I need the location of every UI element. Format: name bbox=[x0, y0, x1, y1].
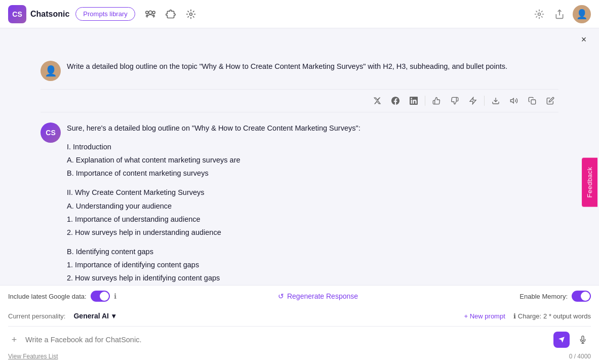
outline-section-2-header: II. Why Create Content Marketing Surveys bbox=[67, 186, 558, 199]
divider1 bbox=[425, 96, 425, 106]
send-button[interactable] bbox=[553, 332, 570, 348]
prompts-library-button[interactable]: Prompts library bbox=[75, 7, 135, 21]
settings-icon[interactable] bbox=[184, 7, 198, 21]
svg-marker-6 bbox=[470, 97, 476, 104]
charge-value: 2 * output words bbox=[543, 312, 591, 320]
thumbs-down-icon[interactable] bbox=[447, 93, 463, 109]
logo-area: CS Chatsonic bbox=[8, 5, 69, 23]
bot-message: CS Sure, here's a detailed blog outline … bbox=[41, 112, 558, 285]
svg-point-0 bbox=[148, 11, 152, 14]
puzzle-icon[interactable] bbox=[164, 7, 178, 21]
close-banner: × bbox=[0, 28, 599, 51]
header-nav-icons bbox=[143, 7, 198, 21]
app-name: Chatsonic bbox=[30, 10, 69, 19]
charge-info: ℹ Charge: 2 * output words bbox=[513, 312, 591, 320]
header: CS Chatsonic Prompts library bbox=[0, 0, 599, 28]
settings2-icon[interactable] bbox=[532, 7, 546, 21]
share-icon[interactable] bbox=[552, 7, 567, 21]
download-icon[interactable] bbox=[488, 93, 504, 109]
regenerate-label: Regenerate Response bbox=[287, 292, 358, 300]
linkedin-share-icon[interactable] bbox=[406, 93, 422, 109]
outline-section-2-b: B. Identifying content gaps bbox=[67, 245, 558, 258]
google-data-label: Include latest Google data: bbox=[8, 293, 87, 300]
volume-icon[interactable] bbox=[506, 93, 522, 109]
bot-outline: I. Introduction A. Explanation of what c… bbox=[67, 140, 558, 285]
input-row: + bbox=[8, 327, 591, 351]
close-button[interactable]: × bbox=[577, 32, 591, 47]
bot-avatar: CS bbox=[41, 123, 61, 143]
logo-icon: CS bbox=[8, 5, 26, 23]
outline-section-2-a2: 2. How surveys help in understanding aud… bbox=[67, 226, 558, 239]
personality-value: General AI bbox=[73, 312, 109, 320]
community-icon[interactable] bbox=[143, 7, 157, 21]
header-right: 👤 bbox=[532, 5, 591, 23]
chat-area: 👤 Write a detailed blog outline on the t… bbox=[0, 51, 599, 285]
attach-button[interactable]: + bbox=[8, 334, 20, 346]
user-message: 👤 Write a detailed blog outline on the t… bbox=[41, 51, 558, 90]
google-data-section: Include latest Google data: ℹ bbox=[8, 291, 116, 302]
personality-row: Current personality: General AI ▾ + New … bbox=[8, 306, 591, 327]
copy-icon[interactable] bbox=[524, 93, 540, 109]
google-data-toggle[interactable] bbox=[91, 291, 110, 302]
svg-point-4 bbox=[538, 13, 541, 15]
charge-label: Charge: bbox=[518, 312, 541, 320]
outline-section-1-a: A. Explanation of what content marketing… bbox=[67, 153, 558, 167]
personality-left: Current personality: General AI ▾ bbox=[8, 310, 119, 322]
memory-label: Enable Memory: bbox=[520, 293, 568, 300]
divider2 bbox=[484, 96, 485, 106]
memory-toggle[interactable] bbox=[572, 291, 591, 302]
personality-right: + New prompt ℹ Charge: 2 * output words bbox=[464, 312, 591, 320]
google-data-info-icon[interactable]: ℹ bbox=[114, 292, 116, 300]
controls-row: Include latest Google data: ℹ ↺ Regenera… bbox=[8, 291, 591, 306]
action-toolbar bbox=[41, 90, 558, 112]
edit-icon[interactable] bbox=[542, 93, 558, 109]
personality-label: Current personality: bbox=[8, 312, 65, 320]
lightning-icon[interactable] bbox=[465, 93, 481, 109]
info-icon: ℹ bbox=[513, 312, 516, 320]
svg-point-2 bbox=[146, 11, 148, 14]
footer-row: View Features List 0 / 4000 bbox=[8, 351, 591, 364]
outline-section-1-b: B. Importance of content marketing surve… bbox=[67, 167, 558, 180]
regenerate-icon: ↺ bbox=[278, 292, 284, 300]
outline-section-2-b2: 2. How surveys help in identifying conte… bbox=[67, 271, 558, 285]
thumbs-up-icon[interactable] bbox=[428, 93, 445, 109]
twitter-share-icon[interactable] bbox=[369, 93, 385, 109]
outline-section-2-b1: 1. Importance of identifying content gap… bbox=[67, 258, 558, 271]
outline-section-2-a1: 1. Importance of understanding audience bbox=[67, 213, 558, 226]
char-count: 0 / 4000 bbox=[569, 353, 591, 360]
user-message-text: Write a detailed blog outline on the top… bbox=[67, 61, 558, 72]
bottom-controls: Include latest Google data: ℹ ↺ Regenera… bbox=[0, 285, 599, 364]
regenerate-button[interactable]: ↺ Regenerate Response bbox=[278, 292, 358, 300]
bot-intro-text: Sure, here's a detailed blog outline on … bbox=[67, 123, 558, 134]
personality-select[interactable]: General AI ▾ bbox=[69, 310, 119, 322]
outline-section-1-header: I. Introduction bbox=[67, 140, 558, 153]
svg-point-3 bbox=[189, 13, 192, 15]
memory-section: Enable Memory: bbox=[520, 291, 591, 302]
microphone-button[interactable] bbox=[575, 332, 591, 348]
svg-point-1 bbox=[152, 11, 155, 14]
new-prompt-button[interactable]: + New prompt bbox=[464, 312, 505, 320]
bot-content: Sure, here's a detailed blog outline on … bbox=[67, 123, 558, 285]
user-avatar: 👤 bbox=[41, 61, 61, 81]
facebook-share-icon[interactable] bbox=[387, 93, 404, 109]
view-features-link[interactable]: View Features List bbox=[8, 353, 58, 360]
svg-marker-8 bbox=[510, 98, 513, 103]
svg-rect-9 bbox=[531, 100, 536, 104]
chevron-down-icon: ▾ bbox=[112, 312, 115, 320]
outline-section-2-a: A. Understanding your audience bbox=[67, 199, 558, 213]
feedback-tab[interactable]: Feedback bbox=[582, 157, 597, 207]
chat-input[interactable] bbox=[25, 336, 548, 344]
avatar[interactable]: 👤 bbox=[573, 5, 591, 23]
